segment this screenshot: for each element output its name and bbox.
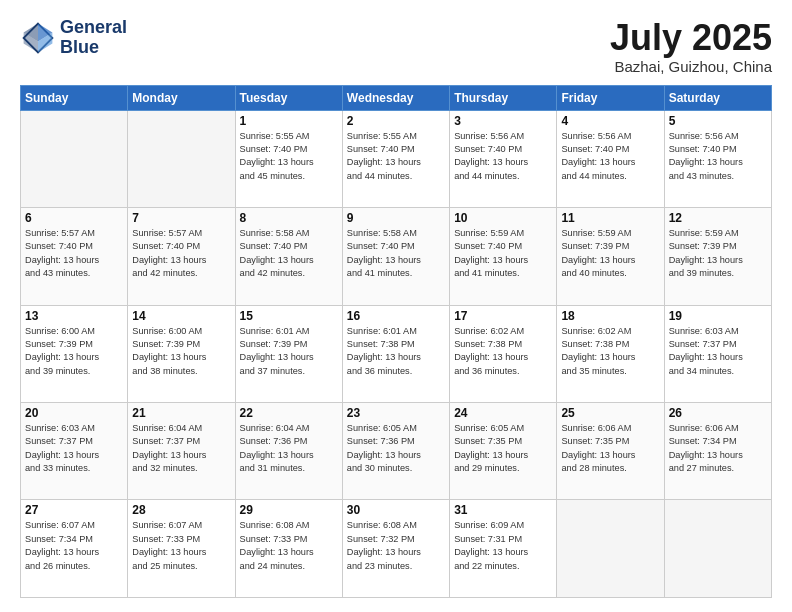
day-number: 29 <box>240 503 338 517</box>
calendar-cell: 19Sunrise: 6:03 AM Sunset: 7:37 PM Dayli… <box>664 305 771 402</box>
day-number: 16 <box>347 309 445 323</box>
day-info: Sunrise: 6:05 AM Sunset: 7:35 PM Dayligh… <box>454 422 552 475</box>
calendar-cell: 4Sunrise: 5:56 AM Sunset: 7:40 PM Daylig… <box>557 110 664 207</box>
calendar-cell: 8Sunrise: 5:58 AM Sunset: 7:40 PM Daylig… <box>235 208 342 305</box>
day-number: 2 <box>347 114 445 128</box>
day-number: 19 <box>669 309 767 323</box>
calendar-cell: 2Sunrise: 5:55 AM Sunset: 7:40 PM Daylig… <box>342 110 449 207</box>
day-number: 24 <box>454 406 552 420</box>
calendar-cell: 31Sunrise: 6:09 AM Sunset: 7:31 PM Dayli… <box>450 500 557 598</box>
calendar-cell: 13Sunrise: 6:00 AM Sunset: 7:39 PM Dayli… <box>21 305 128 402</box>
day-number: 8 <box>240 211 338 225</box>
day-info: Sunrise: 6:01 AM Sunset: 7:38 PM Dayligh… <box>347 325 445 378</box>
calendar-cell: 30Sunrise: 6:08 AM Sunset: 7:32 PM Dayli… <box>342 500 449 598</box>
calendar-cell: 28Sunrise: 6:07 AM Sunset: 7:33 PM Dayli… <box>128 500 235 598</box>
day-info: Sunrise: 5:57 AM Sunset: 7:40 PM Dayligh… <box>25 227 123 280</box>
logo-icon <box>20 20 56 56</box>
day-number: 5 <box>669 114 767 128</box>
calendar-cell <box>664 500 771 598</box>
day-number: 14 <box>132 309 230 323</box>
calendar-cell: 23Sunrise: 6:05 AM Sunset: 7:36 PM Dayli… <box>342 403 449 500</box>
day-info: Sunrise: 5:55 AM Sunset: 7:40 PM Dayligh… <box>240 130 338 183</box>
logo: General Blue <box>20 18 127 58</box>
weekday-header: Thursday <box>450 85 557 110</box>
day-info: Sunrise: 6:03 AM Sunset: 7:37 PM Dayligh… <box>669 325 767 378</box>
day-info: Sunrise: 5:58 AM Sunset: 7:40 PM Dayligh… <box>347 227 445 280</box>
day-info: Sunrise: 6:04 AM Sunset: 7:36 PM Dayligh… <box>240 422 338 475</box>
calendar-cell: 16Sunrise: 6:01 AM Sunset: 7:38 PM Dayli… <box>342 305 449 402</box>
calendar-cell: 27Sunrise: 6:07 AM Sunset: 7:34 PM Dayli… <box>21 500 128 598</box>
calendar-cell: 14Sunrise: 6:00 AM Sunset: 7:39 PM Dayli… <box>128 305 235 402</box>
day-info: Sunrise: 5:56 AM Sunset: 7:40 PM Dayligh… <box>561 130 659 183</box>
day-number: 31 <box>454 503 552 517</box>
day-info: Sunrise: 5:58 AM Sunset: 7:40 PM Dayligh… <box>240 227 338 280</box>
day-info: Sunrise: 5:59 AM Sunset: 7:39 PM Dayligh… <box>669 227 767 280</box>
day-number: 4 <box>561 114 659 128</box>
day-info: Sunrise: 6:02 AM Sunset: 7:38 PM Dayligh… <box>561 325 659 378</box>
day-info: Sunrise: 6:06 AM Sunset: 7:35 PM Dayligh… <box>561 422 659 475</box>
day-number: 20 <box>25 406 123 420</box>
day-number: 13 <box>25 309 123 323</box>
day-info: Sunrise: 6:06 AM Sunset: 7:34 PM Dayligh… <box>669 422 767 475</box>
day-number: 15 <box>240 309 338 323</box>
day-number: 26 <box>669 406 767 420</box>
day-info: Sunrise: 6:02 AM Sunset: 7:38 PM Dayligh… <box>454 325 552 378</box>
calendar-cell: 18Sunrise: 6:02 AM Sunset: 7:38 PM Dayli… <box>557 305 664 402</box>
day-number: 30 <box>347 503 445 517</box>
logo-text: General Blue <box>60 18 127 58</box>
day-info: Sunrise: 6:07 AM Sunset: 7:33 PM Dayligh… <box>132 519 230 572</box>
calendar-cell: 11Sunrise: 5:59 AM Sunset: 7:39 PM Dayli… <box>557 208 664 305</box>
day-info: Sunrise: 6:08 AM Sunset: 7:32 PM Dayligh… <box>347 519 445 572</box>
calendar-cell: 6Sunrise: 5:57 AM Sunset: 7:40 PM Daylig… <box>21 208 128 305</box>
calendar-cell <box>128 110 235 207</box>
day-info: Sunrise: 6:00 AM Sunset: 7:39 PM Dayligh… <box>132 325 230 378</box>
calendar-cell: 21Sunrise: 6:04 AM Sunset: 7:37 PM Dayli… <box>128 403 235 500</box>
calendar-cell: 20Sunrise: 6:03 AM Sunset: 7:37 PM Dayli… <box>21 403 128 500</box>
day-info: Sunrise: 6:01 AM Sunset: 7:39 PM Dayligh… <box>240 325 338 378</box>
day-number: 12 <box>669 211 767 225</box>
day-info: Sunrise: 5:55 AM Sunset: 7:40 PM Dayligh… <box>347 130 445 183</box>
day-number: 28 <box>132 503 230 517</box>
calendar-cell: 10Sunrise: 5:59 AM Sunset: 7:40 PM Dayli… <box>450 208 557 305</box>
day-number: 22 <box>240 406 338 420</box>
day-number: 1 <box>240 114 338 128</box>
calendar-cell: 22Sunrise: 6:04 AM Sunset: 7:36 PM Dayli… <box>235 403 342 500</box>
calendar-cell: 12Sunrise: 5:59 AM Sunset: 7:39 PM Dayli… <box>664 208 771 305</box>
day-info: Sunrise: 6:08 AM Sunset: 7:33 PM Dayligh… <box>240 519 338 572</box>
day-number: 27 <box>25 503 123 517</box>
title-block: July 2025 Bazhai, Guizhou, China <box>610 18 772 75</box>
day-info: Sunrise: 5:59 AM Sunset: 7:40 PM Dayligh… <box>454 227 552 280</box>
day-info: Sunrise: 5:56 AM Sunset: 7:40 PM Dayligh… <box>454 130 552 183</box>
calendar-cell: 29Sunrise: 6:08 AM Sunset: 7:33 PM Dayli… <box>235 500 342 598</box>
day-info: Sunrise: 6:07 AM Sunset: 7:34 PM Dayligh… <box>25 519 123 572</box>
calendar-cell: 5Sunrise: 5:56 AM Sunset: 7:40 PM Daylig… <box>664 110 771 207</box>
location: Bazhai, Guizhou, China <box>610 58 772 75</box>
header: General Blue July 2025 Bazhai, Guizhou, … <box>20 18 772 75</box>
weekday-header: Saturday <box>664 85 771 110</box>
calendar-cell: 25Sunrise: 6:06 AM Sunset: 7:35 PM Dayli… <box>557 403 664 500</box>
calendar-cell <box>557 500 664 598</box>
calendar-cell: 7Sunrise: 5:57 AM Sunset: 7:40 PM Daylig… <box>128 208 235 305</box>
calendar-cell: 3Sunrise: 5:56 AM Sunset: 7:40 PM Daylig… <box>450 110 557 207</box>
day-number: 3 <box>454 114 552 128</box>
day-number: 6 <box>25 211 123 225</box>
page: General Blue July 2025 Bazhai, Guizhou, … <box>0 0 792 612</box>
weekday-header: Monday <box>128 85 235 110</box>
month-title: July 2025 <box>610 18 772 58</box>
day-info: Sunrise: 5:56 AM Sunset: 7:40 PM Dayligh… <box>669 130 767 183</box>
day-number: 17 <box>454 309 552 323</box>
weekday-header: Tuesday <box>235 85 342 110</box>
day-info: Sunrise: 6:09 AM Sunset: 7:31 PM Dayligh… <box>454 519 552 572</box>
day-number: 18 <box>561 309 659 323</box>
calendar-cell: 17Sunrise: 6:02 AM Sunset: 7:38 PM Dayli… <box>450 305 557 402</box>
calendar-cell: 15Sunrise: 6:01 AM Sunset: 7:39 PM Dayli… <box>235 305 342 402</box>
day-number: 10 <box>454 211 552 225</box>
day-number: 9 <box>347 211 445 225</box>
calendar-cell <box>21 110 128 207</box>
day-info: Sunrise: 6:00 AM Sunset: 7:39 PM Dayligh… <box>25 325 123 378</box>
day-info: Sunrise: 6:05 AM Sunset: 7:36 PM Dayligh… <box>347 422 445 475</box>
calendar-table: SundayMondayTuesdayWednesdayThursdayFrid… <box>20 85 772 598</box>
calendar-cell: 26Sunrise: 6:06 AM Sunset: 7:34 PM Dayli… <box>664 403 771 500</box>
calendar-cell: 24Sunrise: 6:05 AM Sunset: 7:35 PM Dayli… <box>450 403 557 500</box>
calendar-cell: 1Sunrise: 5:55 AM Sunset: 7:40 PM Daylig… <box>235 110 342 207</box>
